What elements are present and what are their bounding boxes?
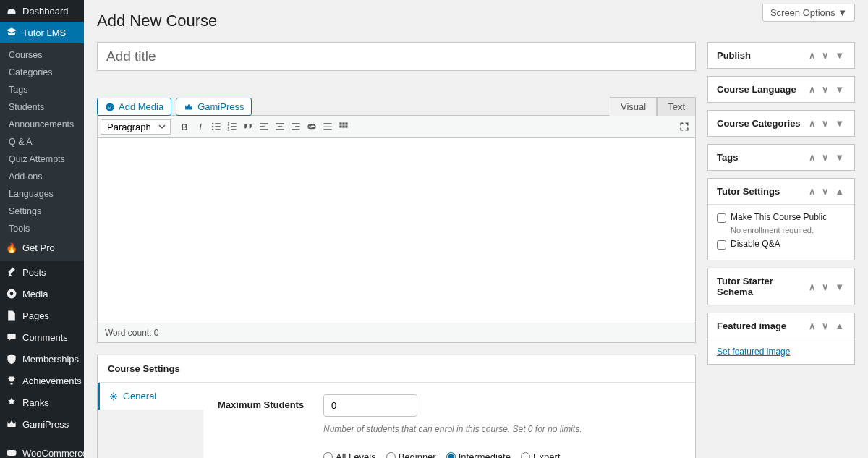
dropdown-icon[interactable]: ▲ (833, 186, 846, 197)
sidebar-item-posts[interactable]: Posts (0, 261, 84, 283)
dropdown-icon[interactable]: ▼ (833, 152, 846, 163)
link-button[interactable] (304, 119, 320, 135)
collapse-up-icon[interactable]: ∧ (807, 84, 817, 95)
dropdown-icon[interactable]: ▼ (833, 281, 846, 292)
media-icon (6, 288, 17, 300)
sidebar-label: Get Pro (22, 242, 55, 253)
sidebar-item-memberships[interactable]: Memberships (0, 348, 84, 370)
sidebar-sub-quiz-attempts[interactable]: Quiz Attempts (0, 150, 84, 168)
collapse-up-icon[interactable]: ∧ (807, 118, 817, 129)
collapse-up-icon[interactable]: ∧ (807, 50, 817, 61)
sidebar-item-gamipress[interactable]: GamiPress (0, 413, 84, 435)
collapse-down-icon[interactable]: ∨ (820, 281, 830, 292)
sidebar-sub-students[interactable]: Students (0, 98, 84, 116)
disable-qa-checkbox[interactable]: Disable Q&A (717, 239, 846, 250)
svg-point-8 (212, 129, 213, 130)
align-right-button[interactable] (288, 119, 304, 135)
collapse-down-icon[interactable]: ∨ (820, 186, 830, 197)
sidebar-sub-addons[interactable]: Add-ons (0, 168, 84, 185)
svg-point-6 (212, 126, 213, 127)
screen-options-button[interactable]: Screen Options ▼ (762, 4, 855, 22)
svg-rect-20 (278, 126, 282, 127)
toolbar-toggle-button[interactable] (336, 119, 352, 135)
svg-rect-23 (295, 126, 299, 127)
collapse-up-icon[interactable]: ∧ (807, 281, 817, 292)
sidebar-sub-tags[interactable]: Tags (0, 81, 84, 98)
gamipress-button[interactable]: GamiPress (176, 98, 252, 116)
sidebar-sub-courses[interactable]: Courses (0, 46, 84, 64)
svg-rect-7 (215, 126, 220, 127)
course-settings-metabox: Course Settings General Maximum Students (97, 355, 696, 458)
sidebar-label: Memberships (22, 354, 79, 365)
dropdown-icon[interactable]: ▼ (833, 118, 846, 129)
editor-mode-tabs: Visual Text (610, 97, 696, 116)
sidebar-sub-tools[interactable]: Tools (0, 220, 84, 237)
quote-button[interactable] (240, 119, 256, 135)
dropdown-icon[interactable]: ▼ (833, 84, 846, 95)
svg-text:3: 3 (228, 128, 230, 132)
sidebar-sub-qa[interactable]: Q & A (0, 133, 84, 150)
tab-text[interactable]: Text (657, 97, 696, 116)
make-public-checkbox[interactable]: Make This Course Public (717, 212, 846, 223)
svg-rect-29 (342, 122, 344, 124)
sidebar-label: Comments (22, 332, 68, 343)
add-media-button[interactable]: Add Media (97, 98, 171, 116)
difficulty-expert[interactable]: Expert (521, 451, 561, 458)
sidebar-sub-categories[interactable]: Categories (0, 64, 84, 81)
bold-button[interactable]: B (176, 119, 192, 135)
collapse-down-icon[interactable]: ∨ (820, 118, 830, 129)
fullscreen-button[interactable] (676, 119, 692, 135)
collapse-up-icon[interactable]: ∧ (807, 321, 817, 331)
screen-options-label: Screen Options (770, 7, 835, 18)
collapse-down-icon[interactable]: ∨ (820, 50, 830, 61)
course-settings-title: Course Settings (98, 355, 695, 383)
tab-visual[interactable]: Visual (610, 97, 657, 116)
block-format-select[interactable]: Paragraph (101, 119, 171, 135)
difficulty-intermediate[interactable]: Intermediate (446, 451, 511, 458)
difficulty-beginner[interactable]: Beginner (386, 451, 436, 458)
button-label: Add Media (119, 101, 163, 112)
sidebar-sub-settings[interactable]: Settings (0, 203, 84, 220)
sidebar-item-achievements[interactable]: Achievements (0, 370, 84, 391)
align-center-button[interactable] (272, 119, 288, 135)
difficulty-all-levels[interactable]: All Levels (323, 451, 376, 458)
metabox-title: Tags (717, 152, 738, 163)
align-left-button[interactable] (256, 119, 272, 135)
sidebar-item-ranks[interactable]: Ranks (0, 391, 84, 413)
dropdown-icon[interactable]: ▲ (833, 321, 846, 331)
checkbox-label: Make This Course Public (731, 212, 827, 222)
woo-icon (6, 447, 17, 458)
sidebar-item-pages[interactable]: Pages (0, 305, 84, 326)
svg-rect-27 (323, 129, 331, 130)
sidebar-item-dashboard[interactable]: Dashboard (0, 0, 84, 22)
set-featured-image-link[interactable]: Set featured image (717, 347, 790, 357)
sidebar-label: Dashboard (22, 6, 69, 17)
sidebar-item-tutor-lms[interactable]: Tutor LMS (0, 22, 84, 43)
sidebar-item-woocommerce[interactable]: WooCommerce (0, 442, 84, 458)
collapse-down-icon[interactable]: ∨ (820, 152, 830, 163)
svg-rect-9 (215, 129, 220, 130)
content-editor[interactable] (97, 138, 696, 323)
sidebar-sub-languages[interactable]: Languages (0, 185, 84, 203)
collcollapse-up-icon[interactable]: ∧ (807, 186, 817, 197)
badge-icon (6, 396, 17, 408)
collapse-up-icon[interactable]: ∧ (807, 152, 817, 163)
sidebar-label: Pages (22, 310, 49, 321)
button-label: GamiPress (197, 101, 244, 112)
dropdown-icon[interactable]: ▼ (833, 50, 846, 61)
number-list-button[interactable]: 123 (224, 119, 240, 135)
sidebar-sub-announcements[interactable]: Announcements (0, 116, 84, 133)
sidebar-sub-getpro[interactable]: 🔥 Get Pro (0, 237, 84, 258)
readmore-button[interactable] (320, 119, 336, 135)
sidebar-item-comments[interactable]: Comments (0, 326, 84, 348)
svg-point-34 (112, 394, 115, 397)
sidebar-item-media[interactable]: Media (0, 283, 84, 305)
collapse-down-icon[interactable]: ∨ (820, 321, 830, 331)
italic-button[interactable]: I (192, 119, 208, 135)
course-settings-nav-general[interactable]: General (98, 383, 203, 410)
svg-rect-2 (7, 450, 17, 456)
bullet-list-button[interactable] (208, 119, 224, 135)
collapse-down-icon[interactable]: ∨ (820, 84, 830, 95)
max-students-input[interactable] (323, 394, 417, 417)
course-title-input[interactable] (97, 42, 696, 71)
